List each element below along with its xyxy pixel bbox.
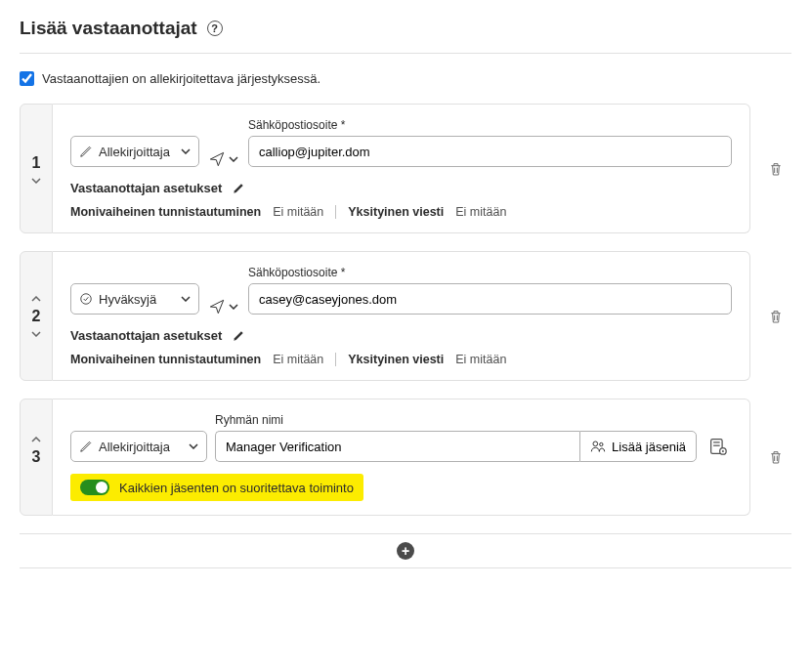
people-icon	[590, 440, 606, 453]
pen-icon	[79, 440, 93, 453]
svg-point-2	[600, 442, 603, 445]
role-label: Allekirjoittaja	[99, 440, 183, 454]
role-label: Allekirjoittaja	[99, 145, 175, 159]
add-members-button[interactable]: Lisää jäseniä	[579, 431, 697, 462]
chevron-down-icon	[181, 296, 191, 302]
order-column: 3	[20, 399, 53, 516]
sign-order-row: Vastaanottajien on allekirjoitettava jär…	[20, 71, 791, 86]
role-selector[interactable]: Allekirjoittaja	[70, 136, 199, 167]
private-message-value: Ei mitään	[455, 205, 506, 219]
recipient-card: 3 Allekirjoittaja Ryhmän nimi	[20, 399, 750, 516]
move-down-icon[interactable]	[31, 331, 41, 337]
pen-icon	[79, 145, 93, 158]
help-icon[interactable]: ?	[207, 21, 223, 36]
card-body: Allekirjoittaja Sähköpostiosoite * Vasta…	[53, 104, 750, 233]
order-number: 1	[32, 154, 41, 172]
chevron-down-icon	[229, 304, 238, 310]
pencil-icon	[232, 182, 245, 195]
order-column: 1	[20, 104, 53, 233]
sign-order-checkbox[interactable]	[20, 71, 34, 86]
send-icon	[209, 151, 225, 167]
pencil-icon	[232, 329, 245, 343]
mfa-label: Monivaiheinen tunnistautuminen	[70, 205, 261, 219]
private-message-value: Ei mitään	[455, 353, 506, 366]
add-recipient-row: +	[20, 533, 791, 568]
order-number: 3	[32, 448, 41, 466]
move-down-icon[interactable]	[31, 178, 41, 184]
all-members-toggle-row: Kaikkien jäsenten on suoritettava toimin…	[70, 474, 363, 501]
mfa-label: Monivaiheinen tunnistautuminen	[70, 353, 261, 366]
delivery-method-selector[interactable]	[209, 299, 238, 315]
page-title-text: Lisää vastaanottajat	[20, 18, 197, 39]
role-label: Hyväksyjä	[99, 292, 175, 307]
recipient-settings-heading: Vastaanottajan asetukset	[70, 181, 732, 195]
role-selector[interactable]: Hyväksyjä	[70, 283, 199, 315]
all-members-label: Kaikkien jäsenten on suoritettava toimin…	[119, 481, 354, 495]
mfa-value: Ei mitään	[273, 353, 323, 366]
all-members-toggle[interactable]	[80, 480, 109, 495]
order-column: 2	[20, 251, 53, 381]
email-label: Sähköpostiosoite *	[248, 266, 732, 279]
settings-summary: Monivaiheinen tunnistautuminen Ei mitään…	[70, 205, 732, 219]
order-number: 2	[32, 308, 41, 325]
edit-settings-button[interactable]	[232, 329, 245, 343]
chevron-down-icon	[229, 156, 238, 162]
delete-recipient-button[interactable]	[760, 308, 791, 325]
email-field[interactable]	[248, 136, 732, 167]
email-field[interactable]	[248, 283, 732, 315]
private-message-label: Yksityinen viesti	[348, 353, 444, 366]
edit-settings-button[interactable]	[232, 182, 245, 195]
group-settings-button[interactable]	[704, 433, 732, 460]
sign-order-label: Vastaanottajien on allekirjoitettava jär…	[42, 71, 320, 86]
role-selector[interactable]: Allekirjoittaja	[70, 431, 207, 462]
email-label: Sähköpostiosoite *	[248, 118, 732, 132]
group-name-label: Ryhmän nimi	[215, 413, 697, 427]
group-name-field[interactable]	[215, 431, 579, 462]
trash-icon	[768, 160, 784, 178]
move-up-icon[interactable]	[31, 437, 41, 442]
settings-summary: Monivaiheinen tunnistautuminen Ei mitään…	[70, 353, 732, 366]
delete-recipient-button[interactable]	[760, 160, 791, 178]
card-body: Allekirjoittaja Ryhmän nimi Lisää jäseni…	[53, 399, 750, 516]
recipient-card: 1 Allekirjoittaja Sähköpost	[20, 104, 750, 233]
document-gear-icon	[708, 438, 728, 455]
svg-point-0	[81, 294, 92, 305]
trash-icon	[768, 308, 784, 325]
move-up-icon[interactable]	[31, 296, 41, 302]
delete-recipient-button[interactable]	[760, 448, 791, 466]
recipient-card: 2 Hyväksyjä Sähköpostiosoit	[20, 251, 750, 381]
chevron-down-icon	[189, 443, 198, 449]
divider	[335, 353, 336, 366]
divider	[335, 205, 336, 219]
mfa-value: Ei mitään	[273, 205, 323, 219]
svg-point-7	[722, 450, 724, 452]
svg-point-1	[593, 441, 598, 446]
recipient-settings-heading: Vastaanottajan asetukset	[70, 328, 732, 343]
delivery-method-selector[interactable]	[209, 151, 238, 167]
trash-icon	[768, 448, 784, 466]
send-icon	[209, 299, 225, 315]
chevron-down-icon	[181, 148, 191, 154]
check-circle-icon	[79, 292, 93, 306]
card-body: Hyväksyjä Sähköpostiosoite * Vastaanotta…	[53, 251, 750, 381]
add-recipient-button[interactable]: +	[397, 542, 414, 560]
private-message-label: Yksityinen viesti	[348, 205, 444, 219]
page-title: Lisää vastaanottajat ?	[20, 18, 791, 54]
